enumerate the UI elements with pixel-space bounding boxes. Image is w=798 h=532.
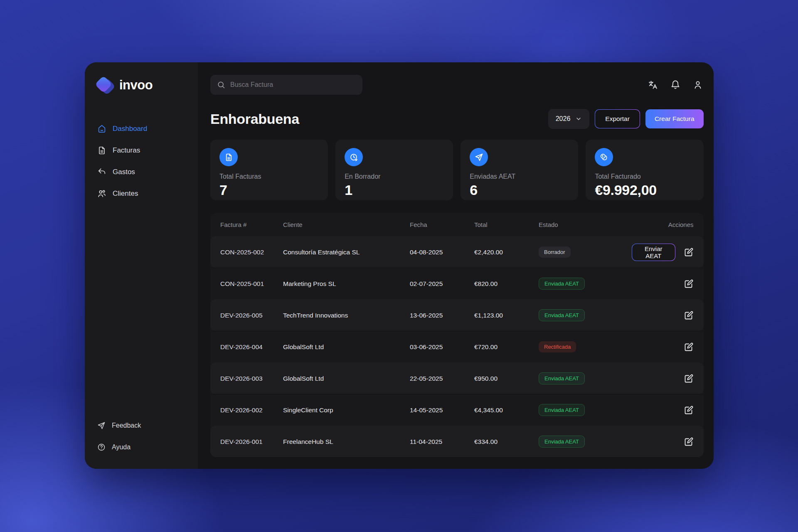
invoice-id: DEV-2026-002: [220, 406, 283, 414]
column-header: Cliente: [283, 221, 410, 228]
invoice-id: DEV-2026-004: [220, 343, 283, 351]
edit-icon[interactable]: [684, 310, 694, 320]
sidebar: invoo Dashboard Facturas Gastos Clientes: [85, 62, 197, 469]
stat-value: 7: [219, 182, 319, 198]
invoice-id: DEV-2026-005: [220, 312, 283, 319]
invoice-date: 13-06-2025: [410, 312, 474, 319]
stat-card-total-facturado: Total Facturado €9.992,00: [586, 140, 703, 200]
year-dropdown[interactable]: 2026: [548, 109, 590, 129]
main-content: Enhorabuena 2026 Exportar Crear Factura …: [197, 62, 714, 469]
clock-icon: [345, 148, 363, 166]
sidebar-item-label: Feedback: [112, 422, 141, 429]
status-badge: Enviada AEAT: [539, 436, 585, 448]
column-header: Fecha: [410, 221, 474, 228]
table-row: CON-2025-002 Consultoría Estratégica SL …: [210, 236, 704, 268]
sidebar-item-label: Ayuda: [112, 443, 131, 451]
status-badge: Enviada AEAT: [539, 309, 585, 321]
invoice-total: €950.00: [474, 375, 539, 382]
sidebar-item-facturas[interactable]: Facturas: [96, 140, 187, 161]
export-button[interactable]: Exportar: [595, 109, 640, 128]
topbar-icons: [648, 80, 704, 90]
send-icon: [470, 148, 488, 166]
client-name: FreelanceHub SL: [283, 438, 410, 446]
status-badge: Enviada AEAT: [539, 372, 585, 384]
status-badge: Enviada AEAT: [539, 404, 585, 416]
language-icon[interactable]: [648, 80, 658, 90]
column-header: Total: [474, 221, 539, 228]
edit-icon[interactable]: [684, 247, 694, 257]
client-name: GlobalSoft Ltd: [283, 343, 410, 351]
invoice-date: 04-08-2025: [410, 249, 474, 256]
stat-card-en-borrador: En Borrador 1: [335, 140, 453, 200]
coins-icon: [595, 148, 613, 166]
table-row: CON-2025-001 Marketing Pros SL 02-07-202…: [210, 268, 704, 299]
invoice-total: €334.00: [474, 438, 539, 446]
edit-icon[interactable]: [684, 279, 694, 289]
invoice-date: 14-05-2025: [410, 406, 474, 414]
sidebar-item-gastos[interactable]: Gastos: [96, 161, 187, 183]
sidebar-footer: Feedback Ayuda: [96, 416, 187, 456]
invoice-icon: [219, 148, 238, 166]
sidebar-item-clientes[interactable]: Clientes: [96, 183, 187, 204]
stat-card-total-facturas: Total Facturas 7: [210, 140, 328, 200]
invoice-total: €2,420.00: [474, 249, 539, 256]
year-value: 2026: [556, 115, 571, 123]
stat-value: 6: [470, 182, 569, 198]
stat-label: Enviadas AEAT: [470, 173, 569, 180]
stat-value: €9.992,00: [595, 182, 694, 198]
app-window: invoo Dashboard Facturas Gastos Clientes: [85, 62, 714, 469]
stat-value: 1: [345, 182, 444, 198]
sidebar-item-feedback[interactable]: Feedback: [96, 416, 187, 435]
table-row: DEV-2026-001 FreelanceHub SL 11-04-2025 …: [210, 426, 704, 457]
invoice-date: 03-06-2025: [410, 343, 474, 351]
invoice-id: CON-2025-001: [220, 280, 283, 288]
stat-label: Total Facturas: [219, 173, 319, 180]
table-row: DEV-2026-002 SingleClient Corp 14-05-202…: [210, 394, 704, 426]
client-name: SingleClient Corp: [283, 406, 410, 414]
invoice-total: €1,123.00: [474, 312, 539, 319]
invoice-total: €4,345.00: [474, 406, 539, 414]
client-name: GlobalSoft Ltd: [283, 375, 410, 382]
edit-icon[interactable]: [684, 437, 694, 447]
invoice-id: DEV-2026-001: [220, 438, 283, 446]
stat-cards: Total Facturas 7 En Borrador 1 Enviadas …: [210, 140, 704, 200]
search-icon: [217, 81, 225, 89]
status-badge: Borrador: [539, 246, 571, 258]
search-bar[interactable]: [210, 75, 362, 95]
user-icon[interactable]: [693, 80, 703, 90]
invoice-total: €820.00: [474, 280, 539, 288]
logo: invoo: [96, 76, 187, 94]
invoice-id: CON-2025-002: [220, 249, 283, 256]
sidebar-item-ayuda[interactable]: Ayuda: [96, 438, 187, 456]
page-header: Enhorabuena 2026 Exportar Crear Factura: [210, 109, 704, 129]
status-badge: Enviada AEAT: [539, 278, 585, 290]
bell-icon[interactable]: [670, 80, 680, 90]
table-header: Factura # Cliente Fecha Total Estado Acc…: [210, 213, 704, 236]
create-invoice-button[interactable]: Crear Factura: [645, 109, 704, 128]
send-aeat-button[interactable]: Enviar AEAT: [632, 244, 675, 261]
edit-icon[interactable]: [684, 342, 694, 352]
sidebar-item-label: Dashboard: [113, 125, 147, 133]
table-row: DEV-2026-004 GlobalSoft Ltd 03-06-2025 €…: [210, 331, 704, 362]
stat-card-enviadas-aeat: Enviadas AEAT 6: [461, 140, 578, 200]
page-title: Enhorabuena: [210, 111, 299, 127]
edit-icon[interactable]: [684, 405, 694, 415]
chevron-down-icon: [575, 116, 582, 122]
logo-icon: [96, 76, 114, 94]
sidebar-nav: Dashboard Facturas Gastos Clientes: [96, 118, 187, 204]
column-header: Acciones: [632, 221, 694, 228]
stat-label: En Borrador: [345, 173, 444, 180]
sidebar-item-label: Clientes: [113, 190, 138, 198]
edit-icon[interactable]: [684, 374, 694, 384]
client-name: Consultoría Estratégica SL: [283, 249, 410, 256]
table-row: DEV-2026-003 GlobalSoft Ltd 22-05-2025 €…: [210, 362, 704, 394]
search-input[interactable]: [230, 81, 356, 89]
sidebar-item-dashboard[interactable]: Dashboard: [96, 118, 187, 140]
status-badge: Rectificada: [539, 341, 576, 352]
home-icon: [97, 124, 106, 133]
logo-text: invoo: [119, 78, 153, 93]
invoice-date: 22-05-2025: [410, 375, 474, 382]
invoice-date: 11-04-2025: [410, 438, 474, 446]
paper-plane-icon: [97, 421, 106, 430]
help-circle-icon: [97, 443, 106, 451]
